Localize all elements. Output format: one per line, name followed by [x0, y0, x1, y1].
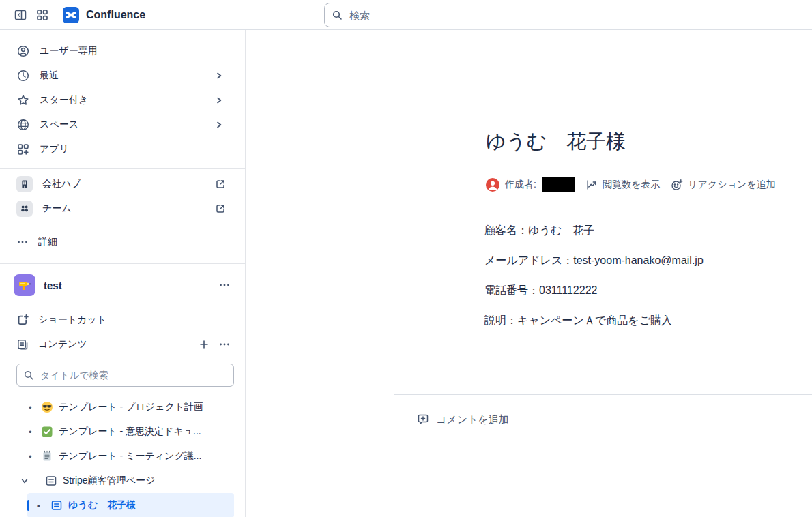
notepad-emoji [41, 450, 53, 462]
chevron-right-icon [215, 72, 233, 80]
space-more-button[interactable] [216, 277, 233, 293]
space-avatar-drill-emoji [14, 274, 35, 296]
collapse-sidebar-icon [14, 8, 27, 22]
sidebar-item-label: ショートカット [38, 314, 233, 326]
app-switcher-button[interactable] [31, 4, 53, 26]
sunglasses-face-emoji [41, 401, 53, 413]
sidebar-item-for-you[interactable]: ユーザー専用 [0, 39, 245, 63]
bullet-icon: • [27, 402, 41, 413]
content-search-input[interactable] [16, 364, 234, 387]
ellipsis-icon [218, 338, 231, 351]
shortcut-icon [16, 314, 29, 326]
external-link-icon [215, 203, 233, 214]
star-icon [16, 93, 30, 107]
check-mark-emoji [41, 426, 53, 438]
redacted-author-name [542, 177, 575, 192]
sidebar-item-label: チーム [42, 203, 205, 215]
user-circle-icon [16, 44, 30, 58]
tree-item-yoom-hanako-selected[interactable]: • ゆうむ 花子様 [27, 493, 234, 517]
sidebar-item-starred[interactable]: スター付き [0, 88, 245, 113]
page-body: 顧客名：ゆうむ 花子 メールアドレス：test-yoom-hanako@mail… [484, 222, 704, 342]
bullet-icon: • [27, 427, 41, 437]
sidebar-item-content[interactable]: コンテンツ [0, 332, 245, 357]
people-icon [16, 201, 33, 217]
tree-item-template-decision[interactable]: • テンプレート - 意思決定ドキュ... [27, 419, 234, 444]
tree-item-stripe-customer-page[interactable]: Stripe顧客管理ページ [20, 469, 234, 493]
global-search [324, 3, 812, 27]
body-line-phone: 電話番号：0311112222 [484, 282, 704, 299]
sidebar-item-more[interactable]: 詳細 [0, 230, 245, 254]
sidebar: ユーザー専用 最近 スター付き スペース アプリ 会社ハブ [0, 30, 246, 517]
page-icon [45, 475, 57, 487]
tree-item-template-meeting-notes[interactable]: • テンプレート - ミーティング議... [27, 444, 234, 469]
sidebar-divider [0, 168, 245, 169]
top-bar: Confluence [0, 0, 812, 30]
sidebar-item-label: ユーザー専用 [40, 45, 233, 57]
bullet-icon: • [27, 452, 41, 462]
comments-section: コメントを追加 [394, 394, 812, 429]
collapse-sidebar-button[interactable] [10, 4, 31, 26]
content-tree: • テンプレート - プロジェクト計画 • テンプレート - 意思決定ドキュ..… [0, 395, 245, 517]
ellipsis-icon [16, 236, 29, 248]
add-reaction-button[interactable]: リアクションを追加 [671, 179, 775, 191]
sidebar-item-apps[interactable]: アプリ [0, 137, 245, 162]
comment-plus-icon [416, 413, 430, 426]
tree-item-label: テンプレート - 意思決定ドキュ... [59, 426, 201, 438]
page-title: ゆうむ 花子様 [486, 129, 626, 153]
byline: 作成者: 閲覧数を表示 リアクションを追加 [486, 177, 776, 192]
chevron-down-icon [20, 477, 38, 485]
body-line-customer-name: 顧客名：ゆうむ 花子 [484, 222, 704, 239]
sidebar-item-label: コンテンツ [38, 338, 186, 351]
sidebar-item-label: 最近 [40, 70, 205, 82]
tree-item-label: テンプレート - ミーティング議... [59, 450, 201, 462]
page-main: ゆうむ 花子様 作成者: 閲覧数を表示 リアクションを追加 顧客名：ゆうむ 花子… [246, 30, 812, 517]
sidebar-item-label: アプリ [40, 143, 233, 156]
confluence-logo[interactable]: Confluence [63, 7, 145, 23]
sidebar-divider [0, 263, 245, 264]
add-reaction-label: リアクションを追加 [688, 179, 775, 191]
sidebar-item-teams[interactable]: チーム [0, 196, 245, 221]
global-search-input[interactable] [324, 3, 812, 27]
app-grid-icon [35, 8, 49, 22]
show-views-label: 閲覧数を表示 [603, 179, 660, 191]
ellipsis-icon [218, 279, 231, 291]
tree-item-label: ゆうむ 花子様 [68, 499, 136, 512]
body-line-description: 説明：キャンペーンＡで商品をご購入 [484, 312, 704, 329]
content-more-button[interactable] [216, 336, 233, 353]
body-line-email: メールアドレス：test-yoom-hanako@mail.jp [484, 252, 704, 269]
sidebar-item-label: 会社ハブ [42, 178, 205, 190]
sidebar-item-shortcuts[interactable]: ショートカット [0, 308, 245, 332]
space-name: test [44, 280, 208, 291]
show-views-button[interactable]: 閲覧数を表示 [585, 179, 660, 191]
space-header[interactable]: test [0, 271, 245, 299]
app-name: Confluence [86, 9, 145, 21]
building-icon [16, 176, 33, 192]
add-content-button[interactable] [196, 336, 212, 353]
add-comment-button[interactable]: コメントを追加 [416, 413, 509, 426]
content-search [16, 364, 234, 387]
chevron-right-icon [215, 96, 233, 104]
tree-item-label: テンプレート - プロジェクト計画 [59, 401, 203, 413]
sidebar-item-spaces[interactable]: スペース [0, 113, 245, 137]
analytics-chart-icon [585, 179, 598, 191]
sidebar-item-recent[interactable]: 最近 [0, 63, 245, 88]
page-icon [50, 499, 63, 512]
author-label: 作成者: [505, 179, 536, 191]
selected-indicator [27, 500, 29, 511]
sidebar-item-label: スター付き [40, 94, 205, 106]
chevron-right-icon [215, 121, 233, 129]
sidebar-item-company-hub[interactable]: 会社ハブ [0, 172, 245, 196]
add-comment-label: コメントを追加 [436, 413, 509, 426]
byline-author: 作成者: [486, 177, 575, 192]
tree-item-template-project-plan[interactable]: • テンプレート - プロジェクト計画 [27, 395, 234, 419]
globe-icon [16, 118, 30, 132]
author-avatar-icon [486, 178, 499, 192]
tree-item-label: Stripe顧客管理ページ [63, 475, 155, 487]
apps-icon [16, 143, 30, 156]
bullet-icon: • [35, 501, 50, 511]
smiley-plus-icon [671, 179, 683, 191]
pages-icon [16, 338, 29, 351]
confluence-logo-icon [63, 7, 79, 23]
sidebar-item-label: 詳細 [38, 236, 233, 248]
sidebar-item-label: スペース [40, 119, 205, 131]
